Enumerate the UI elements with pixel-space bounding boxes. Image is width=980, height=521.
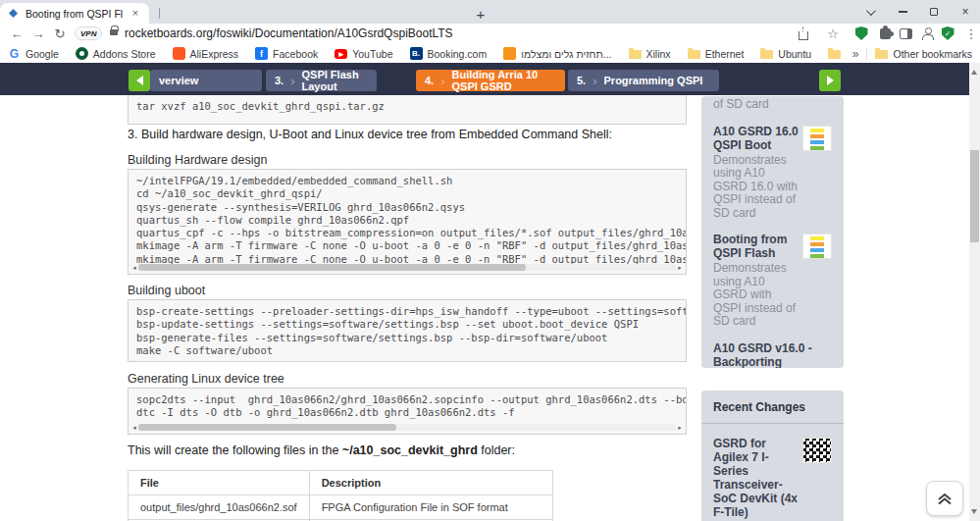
- prev-page-button[interactable]: [129, 70, 150, 91]
- back-button[interactable]: ←: [8, 25, 26, 42]
- address-bar: ← → ↻ VPN rocketboards.org/foswiki/Docum…: [0, 24, 980, 44]
- arrow-right-icon: [827, 76, 839, 85]
- minimize-button[interactable]: [889, 0, 916, 24]
- bookmark-item[interactable]: AliExpress: [173, 47, 239, 60]
- related-link[interactable]: Booting from QSPI Flash: [713, 233, 799, 260]
- scroll-right-icon[interactable]: ▸: [676, 423, 684, 432]
- url-text[interactable]: rocketboards.org/foswiki/Documentation/A…: [125, 26, 453, 40]
- step-number: 4.: [425, 75, 434, 86]
- other-bookmarks-label: Other bookmarks: [893, 48, 972, 60]
- bookmark-label: Addons Store: [93, 48, 156, 60]
- scroll-right-icon[interactable]: ▸: [676, 263, 684, 272]
- hw-heading: Building Hardware design: [128, 153, 267, 167]
- vertical-scrollbar[interactable]: [969, 63, 980, 521]
- bookmark-icon: [410, 47, 423, 60]
- files-intro-post: folder:: [478, 443, 515, 457]
- step-tab[interactable]: 5. › Programming QSPI: [568, 70, 719, 91]
- puzzle-icon: [880, 28, 891, 39]
- bookmark-label: תחזית גלים ומצלמו...: [521, 48, 611, 60]
- close-window-button[interactable]: ×: [952, 0, 979, 24]
- page-content: tar xvzf a10_soc_devkit_ghrd_qspi.tar.gz…: [0, 95, 969, 521]
- side-panel-button[interactable]: [897, 25, 914, 42]
- scrollbar-track[interactable]: [138, 424, 676, 431]
- extensions-button[interactable]: [876, 25, 894, 42]
- step-tab[interactable]: 3. › QSPI Flash Layout: [266, 70, 377, 91]
- code-text: ~/intelFPGA/19.1/embedded/embedded_comma…: [129, 170, 686, 271]
- thumbnail-image[interactable]: [802, 438, 832, 463]
- scroll-to-top-button[interactable]: [926, 481, 963, 516]
- chevron-down-icon: [865, 6, 875, 16]
- bookmarks-divider: [866, 48, 867, 60]
- scroll-up-icon[interactable]: [971, 67, 977, 75]
- code-block-devicetree: sopc2dts --input ghrd_10as066n2/ghrd_10a…: [128, 388, 687, 435]
- scroll-left-icon[interactable]: ◂: [130, 423, 138, 432]
- horizontal-scrollbar[interactable]: ◂ ▸: [130, 423, 684, 432]
- scroll-down-icon[interactable]: [971, 509, 977, 517]
- scrollbar-track[interactable]: [138, 264, 676, 271]
- bookmark-label: Facebook: [273, 48, 318, 60]
- forward-button[interactable]: →: [29, 25, 47, 42]
- step-tab[interactable]: verview: [150, 70, 262, 91]
- reload-button[interactable]: ↻: [51, 25, 69, 42]
- bookmark-item[interactable]: Ethernet: [688, 48, 745, 60]
- share-button[interactable]: [795, 25, 812, 42]
- scrollbar-thumb[interactable]: [138, 264, 526, 271]
- profile-button[interactable]: [918, 25, 936, 42]
- thumbnail-image[interactable]: [802, 234, 832, 259]
- uboot-heading: Building uboot: [128, 284, 205, 297]
- chevron-right-icon: ›: [593, 74, 596, 88]
- adblock-extension-icon[interactable]: [852, 25, 870, 42]
- scroll-left-icon[interactable]: ◂: [130, 263, 138, 272]
- bookmark-item[interactable]: Booking.com: [410, 47, 488, 60]
- step-label: Building Arria 10 QSPI GSRD: [452, 69, 556, 92]
- recent-changes-header: Recent Changes: [701, 391, 844, 424]
- bookmark-item[interactable]: Ubuntu: [760, 48, 811, 60]
- bookmark-icon: [688, 50, 700, 59]
- bookmark-label: Xilinx: [646, 48, 671, 60]
- step3-paragraph: 3. Build hardware design, U-Boot and Lin…: [128, 128, 612, 141]
- vpn-extension-icon[interactable]: VPN: [75, 26, 102, 40]
- bookmark-icon: [76, 47, 88, 60]
- files-intro-path: ~/a10_soc_devkit_ghrd: [342, 443, 478, 457]
- tab-search-button[interactable]: [855, 0, 883, 24]
- bookmark-item[interactable]: Addons Store: [76, 47, 156, 60]
- next-page-button[interactable]: [819, 70, 841, 91]
- bookmark-item[interactable]: Xilinx: [629, 48, 671, 60]
- horizontal-scrollbar[interactable]: ◂ ▸: [130, 263, 684, 272]
- maximize-icon: [930, 8, 938, 16]
- scrollbar-thumb[interactable]: [970, 150, 979, 242]
- related-item: A10 GSRD v16.0 - Backporting Hardware De…: [713, 341, 832, 369]
- lock-icon[interactable]: [110, 29, 118, 35]
- bookmark-star-button[interactable]: ☆: [824, 25, 842, 42]
- step-tab[interactable]: 4. › Building Arria 10 QSPI GSRD: [416, 70, 565, 91]
- bookmark-item[interactable]: תחזית גלים ומצלמו...: [503, 47, 611, 60]
- bookmark-icon: [335, 49, 347, 59]
- step-label: Programming QSPI: [604, 75, 703, 86]
- security-extension-icon[interactable]: ✓: [939, 25, 956, 42]
- browser-menu-button[interactable]: ⋮: [962, 25, 980, 42]
- bookmark-item[interactable]: Facebook: [255, 47, 318, 60]
- bookmark-label: Booking.com: [428, 48, 488, 60]
- browser-tab[interactable]: Booting from QSPI Flash | Docum ×: [0, 3, 149, 24]
- recent-item: GSRD for Agilex 7 I-Series Transceiver-S…: [713, 437, 832, 521]
- bookmark-icon: [173, 47, 185, 60]
- bookmark-label: YouTube: [352, 48, 392, 60]
- chevron-right-icon: ›: [290, 74, 294, 88]
- chevron-double-up-icon: [937, 492, 953, 505]
- related-link[interactable]: A10 GSRD v16.0 - Backporting Hardware De…: [713, 341, 828, 369]
- recent-link[interactable]: GSRD for Agilex 7 I-Series Transceiver-S…: [713, 437, 799, 519]
- bookmark-item[interactable]: YouTube: [335, 48, 392, 60]
- thumbnail-image[interactable]: [802, 126, 832, 151]
- related-link[interactable]: A10 GSRD 16.0 QSPI Boot: [713, 125, 799, 152]
- scrollbar-thumb[interactable]: [138, 424, 396, 431]
- new-tab-button[interactable]: +: [471, 4, 490, 24]
- maximize-button[interactable]: [920, 0, 948, 24]
- code-text: tar xvzf a10_soc_devkit_ghrd_qspi.tar.gz: [129, 95, 686, 118]
- bookmarks-overflow-button[interactable]: »: [852, 47, 859, 61]
- files-intro-paragraph: This will create the following files in …: [128, 443, 515, 457]
- bookmark-item[interactable]: Google: [8, 47, 59, 60]
- side-panel-icon: [900, 28, 912, 39]
- bookmark-item[interactable]: Linux: [828, 48, 845, 60]
- tab-close-icon[interactable]: ×: [129, 7, 142, 21]
- other-bookmarks-button[interactable]: Other bookmarks: [875, 48, 972, 60]
